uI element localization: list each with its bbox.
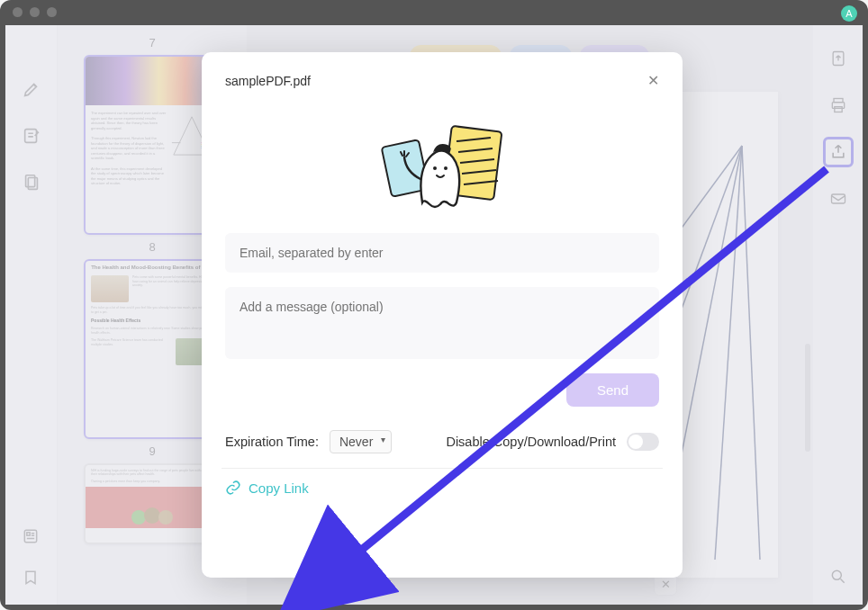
- avatar[interactable]: A: [841, 5, 857, 22]
- expiration-select[interactable]: Never: [330, 430, 392, 453]
- email-field[interactable]: [225, 233, 659, 273]
- disable-copy-label: Disable Copy/Download/Print: [446, 435, 616, 449]
- share-illustration: [370, 116, 514, 215]
- share-modal: samplePDF.pdf ✕: [202, 52, 683, 578]
- close-icon[interactable]: ✕: [647, 72, 659, 89]
- expiration-label: Expiration Time:: [225, 435, 319, 449]
- svg-point-22: [444, 166, 448, 170]
- send-button[interactable]: Send: [566, 373, 659, 407]
- message-field[interactable]: [225, 287, 659, 359]
- svg-point-21: [433, 166, 437, 170]
- disable-copy-toggle[interactable]: [627, 433, 659, 451]
- modal-filename: samplePDF.pdf: [225, 74, 311, 88]
- copy-link-button[interactable]: Copy Link: [225, 480, 659, 496]
- window-traffic-lights[interactable]: [13, 7, 57, 17]
